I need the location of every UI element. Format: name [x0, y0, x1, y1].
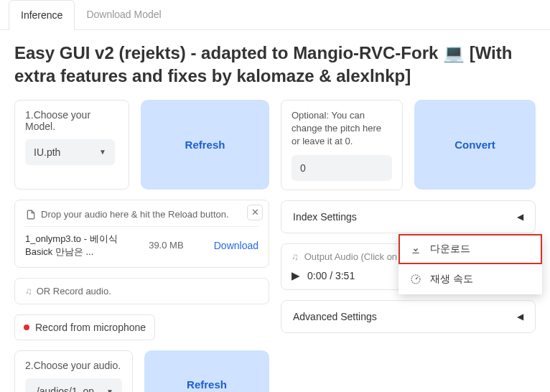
- menu-item-speed-label: 재생 속도: [430, 273, 473, 286]
- model-select-value: IU.pth: [34, 146, 60, 158]
- audio-select-value: ./audios/1_on: [34, 386, 94, 392]
- record-panel: ♫ OR Record audio.: [14, 278, 269, 304]
- or-record-label: ♫ OR Record audio.: [25, 286, 258, 297]
- caret-down-icon: ▼: [99, 148, 106, 156]
- music-icon: ♫: [292, 251, 299, 262]
- tab-inference[interactable]: Inference: [9, 0, 75, 30]
- record-button[interactable]: Record from microphone: [14, 314, 155, 340]
- uploaded-file-name: 1_onlymp3.to - 베이식 Basick 만남은 ...: [25, 233, 118, 258]
- convert-button[interactable]: Convert: [414, 100, 536, 190]
- refresh-model-button[interactable]: Refresh: [141, 100, 269, 190]
- download-icon: [410, 243, 421, 255]
- triangle-left-icon: ◀: [517, 212, 523, 222]
- speed-icon: [410, 274, 421, 285]
- model-select[interactable]: IU.pth ▼: [25, 139, 115, 165]
- page-title: Easy GUI v2 (rejekts) - adapted to Mangi…: [14, 42, 536, 88]
- pitch-panel: Optional: You can change the pitch here …: [281, 100, 403, 191]
- record-dot-icon: [24, 325, 29, 330]
- audio-drop-panel: ✕ Drop your audio here & hit the Reload …: [14, 200, 269, 268]
- choose-model-label: 1.Choose your Model.: [25, 109, 118, 132]
- advanced-settings-accordion[interactable]: Advanced Settings ◀: [281, 300, 536, 333]
- pitch-input[interactable]: [292, 155, 392, 181]
- file-icon: [25, 209, 37, 220]
- close-icon[interactable]: ✕: [247, 205, 263, 220]
- uploaded-file-row: 1_onlymp3.to - 베이식 Basick 만남은 ... 39.0 M…: [25, 226, 258, 258]
- play-icon[interactable]: ▶: [292, 269, 300, 282]
- audio-time: 0:00 / 3:51: [307, 270, 355, 281]
- uploaded-file-size: 39.0 MB: [149, 240, 183, 251]
- index-settings-accordion[interactable]: Index Settings ◀: [281, 200, 536, 233]
- uploaded-file-download-link[interactable]: Download: [214, 240, 258, 251]
- audio-context-menu: 다운로드 재생 속도: [398, 234, 542, 294]
- triangle-left-icon: ◀: [517, 312, 523, 322]
- choose-audio-label: 2.Choose your audio.: [25, 360, 122, 371]
- tab-bar: Inference Download Model: [0, 0, 550, 30]
- menu-item-speed[interactable]: 재생 속도: [398, 264, 542, 294]
- audio-drop-label: Drop your audio here & hit the Reload bu…: [25, 209, 258, 220]
- audio-select[interactable]: ./audios/1_on ▼: [25, 378, 122, 392]
- pitch-label: Optional: You can change the pitch here …: [292, 109, 392, 149]
- choose-audio-panel: 2.Choose your audio. ./audios/1_on ▼: [14, 350, 133, 392]
- output-audio-panel: ♫ Output Audio (Click on the Three Dots …: [281, 243, 536, 290]
- index-settings-label: Index Settings: [293, 211, 357, 223]
- choose-model-panel: 1.Choose your Model. IU.pth ▼: [14, 100, 129, 190]
- menu-item-download-label: 다운로드: [430, 243, 470, 256]
- music-icon: ♫: [25, 286, 32, 297]
- advanced-settings-label: Advanced Settings: [293, 311, 377, 322]
- refresh-audio-button[interactable]: Refresh: [144, 350, 269, 392]
- tab-download-model[interactable]: Download Model: [75, 0, 172, 29]
- menu-item-download[interactable]: 다운로드: [398, 234, 542, 264]
- record-button-label: Record from microphone: [35, 322, 146, 333]
- caret-down-icon: ▼: [106, 388, 113, 392]
